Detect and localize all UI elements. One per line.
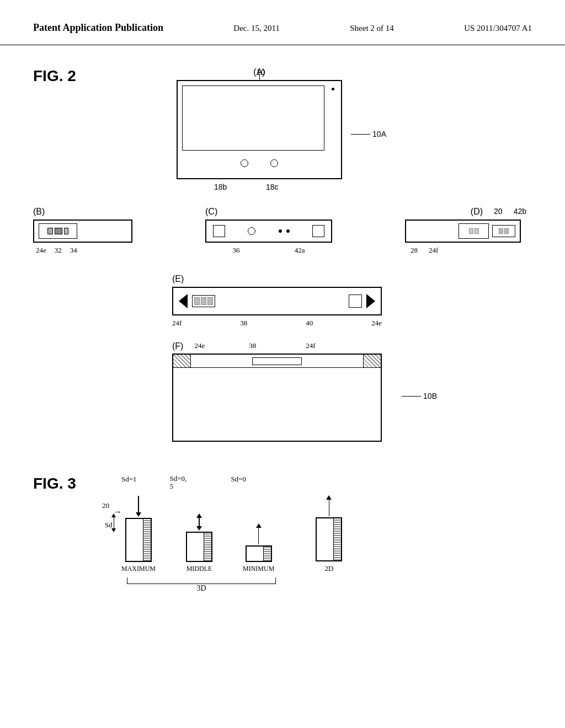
- diag-box-mid: [186, 532, 212, 562]
- ref-10b: 10B: [402, 392, 437, 400]
- header-patent: US 2011/304707 A1: [464, 24, 532, 33]
- fig3-bottom-bracket: 3D: [121, 577, 298, 593]
- ref-20-d: 20: [494, 207, 503, 217]
- panel-e-tri-right: [366, 294, 375, 308]
- device-dot: [332, 88, 334, 90]
- ref-18c: 18c: [266, 183, 279, 191]
- ref-20-fig3: 20: [102, 501, 109, 510]
- page-header: Patent Application Publication Dec. 15, …: [0, 0, 565, 45]
- panel-e-cells: [192, 295, 215, 307]
- ref-24e-f: 24e: [194, 341, 205, 351]
- row-bcd: (B) 24e 32 34: [33, 207, 532, 255]
- panel-b-device: [33, 220, 132, 243]
- panel-e-sq: [349, 295, 362, 308]
- panel-c: (C) 36 42a: [205, 207, 343, 255]
- ref-42b: 42b: [514, 207, 526, 217]
- ref-18b: 18b: [214, 183, 227, 191]
- label-3d: 3D: [127, 584, 276, 593]
- diag-label-max: MAXIMUM: [121, 565, 156, 573]
- panel-e-wrapper: (E) 2: [33, 274, 532, 328]
- panel-d-board1: [459, 223, 489, 239]
- diag-middle: MIDDLE: [186, 513, 212, 573]
- device-circles: [178, 159, 341, 167]
- panel-f-strip-left: [173, 355, 191, 367]
- ref-10a: 10A: [351, 130, 386, 138]
- bracket-3d: [127, 577, 276, 584]
- panel-c-sq-left: [213, 225, 225, 237]
- panel-a-device-wrapper: 10 10A 18b: [177, 80, 342, 179]
- hole-18c: [270, 159, 278, 167]
- panel-c-sq-right: [312, 225, 324, 237]
- panel-d-top-refs: (D) 20 42b: [405, 207, 532, 217]
- panel-d-bottom-refs: 28 24f: [411, 246, 532, 255]
- sd-arrow: [111, 513, 116, 532]
- diag-label-min: MINIMUM: [243, 565, 274, 573]
- panel-b-board: [39, 223, 77, 239]
- panel-b-label: (B): [33, 207, 143, 217]
- label-sd1: Sd=1: [121, 475, 137, 491]
- panel-b: (B) 24e 32 34: [33, 207, 143, 255]
- fig3-section: FIG. 3 Sd=1 Sd=0,5 Sd=0 20 →: [33, 475, 532, 593]
- arrow-down-max: [136, 496, 141, 517]
- fig3-top-labels: Sd=1 Sd=0,5 Sd=0: [121, 475, 408, 491]
- panel-f-strip: [173, 355, 381, 368]
- label-sd05: Sd=0,5: [170, 475, 187, 491]
- panel-a: (A) 10 10A: [143, 67, 375, 179]
- ref-24e-e: 24e: [371, 319, 382, 328]
- fig2-section: FIG. 2 (A) 10: [33, 67, 532, 442]
- diag-box-2d: [316, 517, 342, 561]
- ref-24e: 24e: [36, 246, 46, 255]
- ref-42a: 42a: [295, 246, 305, 255]
- panel-f-label: (F): [172, 341, 183, 351]
- diag-box-max: [125, 518, 152, 562]
- publication-title: Patent Application Publication: [33, 22, 163, 34]
- arrow-up-2d: [326, 495, 332, 516]
- header-date: Dec. 15, 2011: [233, 24, 280, 33]
- panel-c-circle: [248, 227, 255, 235]
- diag-label-2d: 2D: [324, 564, 333, 573]
- fig2-label: FIG. 2: [33, 67, 76, 85]
- header-sheet: Sheet 2 of 14: [350, 24, 394, 33]
- panel-e-label: (E): [172, 274, 393, 284]
- panel-f-strip-mid: [191, 355, 363, 367]
- panel-c-label: (C): [205, 207, 343, 217]
- diag-minimum: MINIMUM: [243, 523, 274, 573]
- diag-2d: 2D: [316, 495, 342, 573]
- panel-f-device: [172, 354, 382, 442]
- ref-40-e: 40: [306, 319, 313, 328]
- panel-c-device: [205, 220, 332, 243]
- fig3-label: FIG. 3: [33, 475, 76, 493]
- panel-f-wrapper: (F) 24e 38 24f: [33, 341, 532, 442]
- panel-d: (D) 20 42b: [405, 207, 532, 255]
- panel-f-mid-box: [252, 357, 302, 365]
- ref-32: 32: [55, 246, 62, 255]
- ref-10: 10: [257, 68, 265, 77]
- device-inner: [182, 85, 324, 151]
- panel-e: (E) 2: [172, 274, 393, 328]
- ref-36: 36: [233, 246, 240, 255]
- arrow-up-min: [256, 523, 262, 544]
- device-10: [177, 80, 342, 179]
- panel-e-refs: 24f 38 40 24e: [172, 319, 382, 328]
- panel-f: (F) 24e 38 24f: [172, 341, 393, 442]
- panel-b-refs: 24e 32 34: [36, 246, 143, 255]
- panel-f-top-row: (F) 24e 38 24f: [172, 341, 393, 351]
- panel-d-device: [405, 220, 521, 243]
- panel-c-dots: [279, 229, 290, 233]
- panel-d-label: (D): [471, 207, 483, 217]
- arrow-pair-mid: [196, 513, 202, 531]
- hole-18b: [241, 159, 248, 167]
- panel-f-strip-right: [363, 355, 381, 367]
- panel-e-device: [172, 287, 382, 315]
- fig3-diagrams: 20 → MAXIMUM Sd: [121, 495, 532, 573]
- ref-38-f: 38: [249, 341, 256, 351]
- diag-box-min: [246, 545, 272, 562]
- fig3-content: Sd=1 Sd=0,5 Sd=0 20 →: [121, 475, 532, 593]
- ref-24f-e: 24f: [172, 319, 182, 328]
- ref-24f-f2: 24f: [306, 341, 315, 351]
- diag-label-mid: MIDDLE: [186, 565, 212, 573]
- panel-d-board2: [492, 225, 515, 237]
- label-sd0: Sd=0: [231, 475, 246, 491]
- ref-38-e: 38: [240, 319, 247, 328]
- ref-24f-d: 24f: [429, 246, 438, 255]
